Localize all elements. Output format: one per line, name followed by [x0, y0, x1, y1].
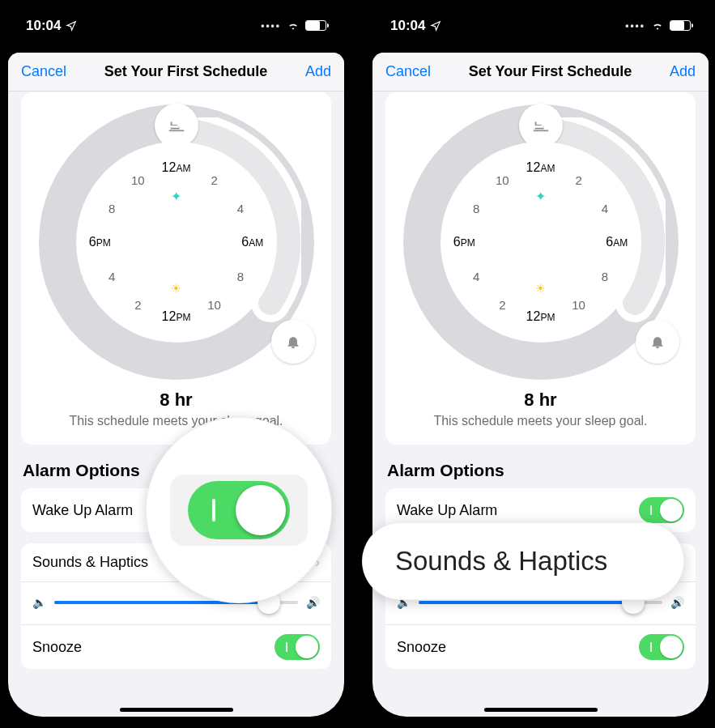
sleep-dial-card: 12AM 6AM 12PM 6PM 2 4 8 10 2 4 8 10 ✦ ☀ … [21, 92, 331, 445]
sun-icon: ☀ [535, 282, 546, 295]
wake-up-alarm-toggle[interactable] [639, 497, 684, 523]
magnifier-callout-toggle [146, 417, 332, 603]
bed-icon [532, 117, 550, 134]
modal-sheet: Cancel Set Your First Schedule Add [8, 53, 344, 717]
battery-icon [305, 20, 326, 31]
cellular-icon: •••• [261, 20, 281, 32]
sheet-title: Set Your First Schedule [469, 63, 632, 80]
volume-track[interactable] [419, 601, 662, 604]
snooze-label: Snooze [397, 639, 446, 656]
wake-up-alarm-label: Wake Up Alarm [397, 502, 497, 519]
add-button[interactable]: Add [305, 63, 331, 80]
wifi-icon [286, 20, 300, 32]
snooze-toggle[interactable] [639, 634, 684, 660]
magnified-toggle [188, 481, 290, 539]
volume-track[interactable] [54, 601, 298, 604]
snooze-label: Snooze [32, 639, 82, 656]
snooze-row: Snooze [385, 625, 696, 669]
sparkle-icon: ✦ [171, 188, 181, 203]
phone-left: 10:04 •••• Cancel Set Your First Schedul… [8, 4, 344, 717]
status-icons: •••• [261, 20, 326, 32]
phone-right: 10:04 •••• Cancel Set Your First Schedul… [372, 4, 709, 717]
duration-label: 8 hr [34, 390, 318, 411]
status-icons: •••• [625, 20, 691, 32]
sleep-dial[interactable]: 12AM 6AM 12PM 6PM 2 4 8 10 2 4 8 10 ✦ ☀ [403, 104, 679, 380]
wake-handle[interactable] [271, 320, 315, 364]
bell-icon [649, 334, 666, 350]
speaker-high-icon: 🔊 [670, 596, 684, 609]
magnifier-text: Sounds & Haptics [395, 546, 607, 577]
clock-face: 12AM 6AM 12PM 6PM 2 4 8 10 2 4 8 10 ✦ ☀ [440, 142, 641, 343]
clock-text: 10:04 [26, 18, 61, 34]
clock-face: 12AM 6AM 12PM 6PM 2 4 8 10 2 4 8 10 ✦ ☀ [76, 142, 277, 343]
home-indicator[interactable] [120, 708, 233, 712]
snooze-row: Snooze [21, 625, 331, 669]
status-time: 10:04 [26, 18, 77, 34]
bedtime-handle[interactable] [155, 104, 198, 147]
wifi-icon [650, 20, 665, 32]
location-icon [430, 20, 441, 32]
sleep-dial-card: 12AM 6AM 12PM 6PM 2 4 8 10 2 4 8 10 ✦ ☀ … [385, 92, 696, 445]
status-time: 10:04 [390, 18, 441, 34]
sparkle-icon: ✦ [535, 188, 546, 203]
bed-icon [168, 117, 185, 134]
wake-handle[interactable] [636, 320, 679, 364]
modal-sheet: Cancel Set Your First Schedule Add [372, 53, 709, 717]
volume-slider[interactable]: 🔈 🔊 [32, 594, 320, 611]
home-indicator[interactable] [484, 708, 598, 712]
magnifier-callout-sounds: Sounds & Haptics [362, 522, 684, 600]
snooze-toggle[interactable] [275, 634, 320, 660]
clock-text: 10:04 [390, 18, 425, 34]
wake-up-alarm-label: Wake Up Alarm [32, 502, 133, 519]
sheet-title: Set Your First Schedule [104, 63, 267, 80]
bell-icon [285, 334, 301, 350]
cancel-button[interactable]: Cancel [385, 63, 431, 80]
add-button[interactable]: Add [670, 63, 696, 80]
sleep-dial[interactable]: 12AM 6AM 12PM 6PM 2 4 8 10 2 4 8 10 ✦ ☀ [39, 104, 314, 380]
cellular-icon: •••• [625, 20, 645, 32]
bedtime-handle[interactable] [519, 104, 563, 147]
location-icon [66, 20, 77, 32]
speaker-high-icon: 🔊 [306, 596, 320, 609]
sun-icon: ☀ [171, 282, 181, 295]
speaker-low-icon: 🔈 [32, 596, 46, 609]
sounds-haptics-label: Sounds & Haptics [32, 554, 148, 571]
status-bar: 10:04 •••• [372, 4, 709, 47]
alarm-options-header: Alarm Options [372, 461, 709, 488]
cancel-button[interactable]: Cancel [21, 63, 66, 80]
status-bar: 10:04 •••• [8, 4, 344, 47]
battery-icon [670, 20, 691, 31]
duration-label: 8 hr [398, 390, 683, 411]
sheet-navbar: Cancel Set Your First Schedule Add [372, 53, 709, 92]
goal-text: This schedule meets your sleep goal. [398, 414, 683, 428]
sheet-navbar: Cancel Set Your First Schedule Add [8, 53, 344, 92]
